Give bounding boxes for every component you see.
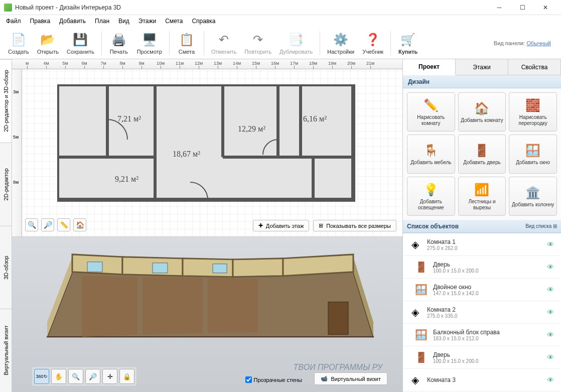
design-section-header: Дизайн bbox=[403, 75, 561, 88]
svg-rect-21 bbox=[153, 263, 168, 273]
visibility-icon[interactable]: 👁 bbox=[547, 240, 557, 248]
object-dims: 183.0 x 15.0 x 212.0 bbox=[433, 336, 543, 341]
menu-3[interactable]: План bbox=[91, 16, 113, 26]
menu-7[interactable]: Справка bbox=[188, 16, 219, 26]
object-icon: ◈ bbox=[407, 236, 423, 252]
menu-0[interactable]: Файл bbox=[2, 16, 25, 26]
svg-marker-16 bbox=[283, 254, 353, 276]
tool-icon: 🧱 bbox=[525, 97, 540, 113]
maximize-button[interactable]: ☐ bbox=[511, 0, 534, 15]
lock-button[interactable]: 🔒 bbox=[119, 369, 134, 384]
visibility-icon[interactable]: 👁 bbox=[547, 308, 557, 316]
design-tool-7[interactable]: 📶Лестницы и вырезы bbox=[458, 177, 506, 216]
home-button[interactable]: 🏠 bbox=[73, 218, 86, 231]
object-dims: 100.0 x 15.0 x 200.0 bbox=[433, 358, 543, 364]
view-3d[interactable]: 360↻ ✋ 🔍 🔎 ✛ 🔒 Прозрачные стены 📹 Виртуа… bbox=[12, 236, 402, 392]
tool-icon: 🪟 bbox=[525, 143, 540, 159]
object-item-2[interactable]: 🪟Двойное окно147.0 x 15.0 x 142.0👁 bbox=[403, 279, 561, 301]
save-button[interactable]: 💾Сохранить bbox=[63, 30, 98, 57]
object-item-6[interactable]: ◈Комната 3👁 bbox=[403, 369, 561, 391]
side-tab-1[interactable]: 2D-редактор bbox=[0, 143, 12, 226]
minimize-button[interactable]: ─ bbox=[488, 0, 511, 15]
menu-6[interactable]: Смета bbox=[161, 16, 187, 26]
preview-button[interactable]: 🖥️Просмотр bbox=[133, 30, 166, 57]
svg-marker-15 bbox=[233, 258, 283, 277]
visibility-icon[interactable]: 👁 bbox=[547, 331, 557, 339]
design-tool-2[interactable]: 🧱Нарисовать перегородку bbox=[509, 92, 557, 132]
zoom-in-button[interactable]: 🔎 bbox=[41, 218, 54, 231]
design-tool-1[interactable]: 🏠Добавить комнату bbox=[458, 92, 506, 132]
tool-icon: ✏️ bbox=[424, 97, 439, 113]
tool-label: Добавить мебель bbox=[410, 160, 451, 166]
room-area-label: 12,29 м² bbox=[238, 124, 265, 134]
right-tab-1[interactable]: Этажи bbox=[456, 59, 508, 75]
object-name: Дверь bbox=[433, 261, 543, 268]
design-tool-6[interactable]: 💡Добавить освещение bbox=[407, 177, 455, 216]
transparent-walls-checkbox[interactable]: Прозрачные стены bbox=[245, 376, 302, 383]
crosshair-button[interactable]: ✛ bbox=[102, 369, 117, 384]
zoom-out-button[interactable]: 🔍 bbox=[25, 218, 38, 231]
design-tool-4[interactable]: 🚪Добавить дверь bbox=[458, 135, 506, 174]
visibility-icon[interactable]: 👁 bbox=[547, 263, 557, 271]
object-icon: 🚪 bbox=[413, 259, 429, 275]
settings-button[interactable]: ⚙️Настройки bbox=[323, 30, 358, 57]
close-button[interactable]: ✕ bbox=[534, 0, 557, 15]
design-tool-0[interactable]: ✏️Нарисовать комнату bbox=[407, 92, 455, 132]
measure-button[interactable]: 📏 bbox=[57, 218, 70, 231]
tool-label: Добавить дверь bbox=[463, 160, 500, 166]
svg-rect-22 bbox=[213, 264, 227, 273]
menu-2[interactable]: Добавить bbox=[55, 16, 90, 26]
side-tab-3[interactable]: Виртуальный визит bbox=[0, 309, 12, 392]
menu-1[interactable]: Правка bbox=[26, 16, 55, 26]
design-tool-8[interactable]: 🏛️Добавить колонну bbox=[509, 177, 557, 216]
object-item-0[interactable]: ◈Комната 1275.0 x 262.0👁 bbox=[403, 233, 561, 256]
buy-button[interactable]: 🛒Купить bbox=[394, 30, 422, 57]
virtual-visit-button[interactable]: 📹 Виртуальный визит bbox=[314, 372, 387, 385]
objects-list[interactable]: ◈Комната 1275.0 x 262.0👁🚪Дверь100.0 x 15… bbox=[403, 233, 561, 392]
visibility-icon[interactable]: 👁 bbox=[547, 353, 557, 361]
zoom-in-3d-button[interactable]: 🔎 bbox=[85, 369, 100, 384]
duplicate-button[interactable]: 📑Дублировать bbox=[275, 30, 317, 57]
panel-mode-link[interactable]: Обычный bbox=[526, 40, 551, 46]
tool-icon: 🚪 bbox=[474, 143, 489, 159]
object-icon: ◈ bbox=[407, 304, 423, 320]
object-item-5[interactable]: 🚪Дверь100.0 x 15.0 x 200.0👁 bbox=[403, 346, 561, 369]
plan-2d-view[interactable]: 3м5м8м bbox=[12, 69, 402, 236]
object-item-4[interactable]: 🪟Балконный блок справа183.0 x 15.0 x 212… bbox=[403, 324, 561, 346]
estimate-button[interactable]: 📋Смета bbox=[173, 30, 201, 57]
menu-5[interactable]: Этажи bbox=[134, 16, 160, 26]
object-icon: ◈ bbox=[407, 372, 423, 388]
svg-marker-17 bbox=[82, 276, 137, 337]
titlebar: Новый проект - Дизайн Интерьера 3D ─ ☐ ✕ bbox=[0, 0, 561, 15]
create-button[interactable]: 📄Создать bbox=[4, 30, 33, 57]
object-name: Двойное окно bbox=[433, 284, 543, 291]
tool-icon: 🏛️ bbox=[525, 185, 540, 201]
right-tab-0[interactable]: Проект bbox=[403, 59, 456, 75]
undo-button[interactable]: ↶Отменить bbox=[207, 30, 240, 57]
svg-rect-0 bbox=[57, 84, 353, 200]
tool-label: Нарисовать перегородку bbox=[511, 114, 554, 126]
tool-icon: 💡 bbox=[424, 182, 439, 198]
object-item-3[interactable]: ◈Комната 2275.0 x 335.0👁 bbox=[403, 301, 561, 324]
menu-4[interactable]: Вид bbox=[114, 16, 133, 26]
design-tool-5[interactable]: 🪟Добавить окно bbox=[509, 135, 557, 174]
side-tab-2[interactable]: 3D-обзор bbox=[0, 226, 12, 309]
pan-button[interactable]: ✋ bbox=[51, 369, 66, 384]
zoom-out-3d-button[interactable]: 🔍 bbox=[68, 369, 83, 384]
design-tools-grid: ✏️Нарисовать комнату🏠Добавить комнату🧱На… bbox=[403, 88, 561, 220]
visibility-icon[interactable]: 👁 bbox=[547, 286, 557, 294]
print-button[interactable]: 🖨️Печать bbox=[105, 30, 133, 57]
visibility-icon[interactable]: 👁 bbox=[547, 376, 557, 384]
right-panel: ПроектЭтажиСвойства Дизайн ✏️Нарисовать … bbox=[402, 59, 561, 392]
object-item-1[interactable]: 🚪Дверь100.0 x 15.0 x 200.0👁 bbox=[403, 256, 561, 279]
redo-button[interactable]: ↷Повторить bbox=[240, 30, 275, 57]
right-tab-2[interactable]: Свойства bbox=[508, 59, 561, 75]
help-button[interactable]: ❓Учебник bbox=[358, 30, 387, 57]
floor-plan[interactable]: 7,21 м²18,67 м²12,29 м²6,16 м²9,21 м² bbox=[57, 84, 358, 211]
rotate-360-button[interactable]: 360↻ bbox=[34, 369, 49, 384]
show-sizes-button[interactable]: ⊞ Показывать все размеры bbox=[313, 220, 396, 231]
add-floor-button[interactable]: ✚ Добавить этаж bbox=[253, 220, 309, 231]
open-button[interactable]: 📂Открыть bbox=[33, 30, 63, 57]
side-tab-0[interactable]: 2D-редактор и 3D-обзор bbox=[0, 59, 12, 143]
design-tool-3[interactable]: 🪑Добавить мебель bbox=[407, 135, 455, 174]
